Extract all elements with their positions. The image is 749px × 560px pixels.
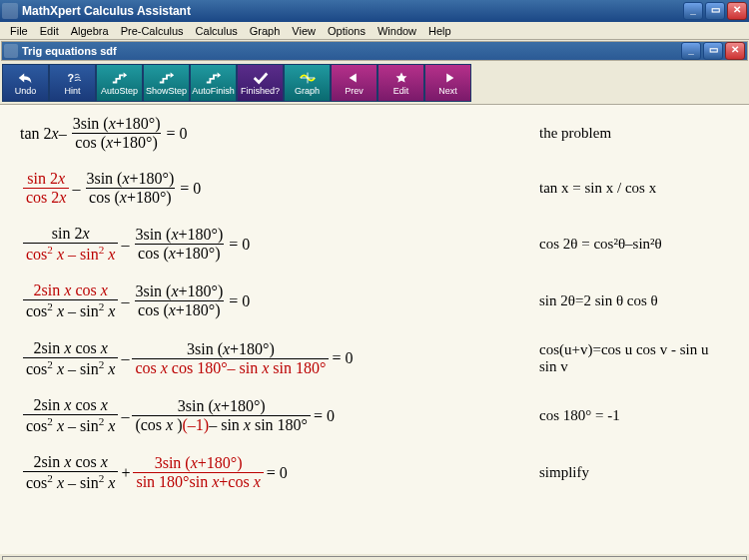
status-bar: Use the mouse to select an expression yo… [2, 556, 747, 560]
step-row: tan 2x – 3sin (x+180°)cos (x+180°) = 0 t… [20, 115, 729, 152]
toolbar-finished-button[interactable]: Finished? [237, 64, 284, 102]
reason: the problem [409, 125, 729, 142]
toolbar-label: AutoStep [101, 86, 138, 96]
expression[interactable]: 2sin x cos xcos2 x – sin2 x – 3sin (x+18… [20, 281, 409, 320]
menu-window[interactable]: Window [372, 23, 422, 39]
menu-help[interactable]: Help [422, 23, 457, 39]
app-icon [2, 3, 18, 19]
menu-file[interactable]: File [4, 23, 34, 39]
step-row: 2sin x cos xcos2 x – sin2 x – 3sin (x+18… [20, 339, 729, 378]
toolbar: Undo?HintAutoStepShowStepAutoFinishFinis… [0, 62, 749, 105]
menu-precalculus[interactable]: Pre-Calculus [115, 23, 190, 39]
maximize-button[interactable]: ▭ [705, 2, 725, 20]
toolbar-undo-button[interactable]: Undo [2, 64, 49, 102]
toolbar-autofinish-button[interactable]: AutoFinish [190, 64, 237, 102]
menu-graph[interactable]: Graph [244, 23, 287, 39]
doc-title: Trig equations sdf [22, 45, 681, 57]
toolbar-label: AutoFinish [192, 86, 235, 96]
step-row: 2sin x cos xcos2 x – sin2 x – 3sin (x+18… [20, 281, 729, 320]
content-area[interactable]: tan 2x – 3sin (x+180°)cos (x+180°) = 0 t… [0, 105, 749, 554]
main-title-bar: MathXpert Calculus Assistant _ ▭ ✕ [0, 0, 749, 22]
toolbar-graph-button[interactable]: Graph [284, 64, 331, 102]
close-button[interactable]: ✕ [727, 2, 747, 20]
toolbar-edit-button[interactable]: Edit [377, 64, 424, 102]
toolbar-hint-button[interactable]: ?Hint [49, 64, 96, 102]
toolbar-showstep-button[interactable]: ShowStep [143, 64, 190, 102]
menu-calculus[interactable]: Calculus [190, 23, 244, 39]
reason: cos(u+v)=cos u cos v - sin u sin v [409, 341, 729, 375]
step-row: sin 2xcos2 x – sin2 x – 3sin (x+180°)cos… [20, 225, 729, 264]
toolbar-label: Finished? [241, 86, 280, 96]
reason: cos 180° = -1 [409, 407, 729, 424]
toolbar-next-button[interactable]: Next [424, 64, 471, 102]
menu-bar: File Edit Algebra Pre-Calculus Calculus … [0, 22, 749, 40]
app-title: MathXpert Calculus Assistant [22, 4, 683, 18]
reason: sin 2θ=2 sin θ cos θ [409, 292, 729, 309]
expression[interactable]: sin 2xcos2 x – sin2 x – 3sin (x+180°)cos… [20, 225, 409, 264]
svg-text:?: ? [67, 71, 74, 83]
toolbar-label: Prev [345, 86, 364, 96]
doc-title-bar: Trig equations sdf _ ▭ ✕ [1, 41, 748, 61]
step-row: 2sin x cos xcos2 x – sin2 x – 3sin (x+18… [20, 396, 729, 435]
menu-options[interactable]: Options [322, 23, 372, 39]
toolbar-prev-button[interactable]: Prev [331, 64, 377, 102]
expression[interactable]: 2sin x cos xcos2 x – sin2 x – 3sin (x+18… [20, 396, 409, 435]
toolbar-label: Hint [64, 86, 80, 96]
expression[interactable]: 2sin x cos xcos2 x – sin2 x – 3sin (x+18… [20, 339, 409, 378]
toolbar-label: Undo [15, 86, 37, 96]
step-row: 2sin x cos xcos2 x – sin2 x + 3sin (x+18… [20, 453, 729, 492]
toolbar-autostep-button[interactable]: AutoStep [96, 64, 143, 102]
expression[interactable]: 2sin x cos xcos2 x – sin2 x + 3sin (x+18… [20, 453, 409, 492]
reason: cos 2θ = cos²θ–sin²θ [409, 236, 729, 253]
menu-edit[interactable]: Edit [34, 23, 65, 39]
doc-icon [4, 44, 18, 58]
menu-view[interactable]: View [286, 23, 322, 39]
doc-close-button[interactable]: ✕ [725, 42, 745, 60]
toolbar-label: Next [438, 86, 457, 96]
menu-algebra[interactable]: Algebra [65, 23, 115, 39]
minimize-button[interactable]: _ [683, 2, 703, 20]
reason: tan x = sin x / cos x [409, 180, 729, 197]
toolbar-label: ShowStep [146, 86, 187, 96]
doc-maximize-button[interactable]: ▭ [703, 42, 723, 60]
reason: simplify [409, 464, 729, 481]
toolbar-label: Edit [393, 86, 409, 96]
expression[interactable]: tan 2x – 3sin (x+180°)cos (x+180°) = 0 [20, 115, 409, 152]
step-row: sin 2xcos 2x – 3sin (x+180°)cos (x+180°)… [20, 170, 729, 207]
toolbar-label: Graph [295, 86, 320, 96]
expression[interactable]: sin 2xcos 2x – 3sin (x+180°)cos (x+180°)… [20, 170, 409, 207]
doc-minimize-button[interactable]: _ [681, 42, 701, 60]
